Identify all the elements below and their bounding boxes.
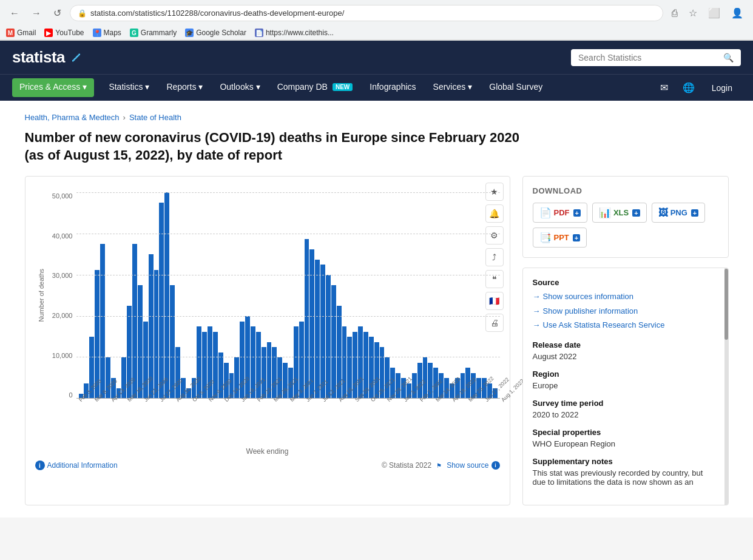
bar-44[interactable]: [315, 260, 320, 399]
supplementary-value: This stat was previously recorded by cou…: [533, 468, 718, 487]
gmail-favicon: M: [6, 29, 15, 37]
nav-globe-button[interactable]: 🌐: [677, 77, 701, 98]
search-bar[interactable]: 🔍: [571, 49, 741, 66]
bookmarks-bar: M Gmail ▶ YouTube 📍 Maps G Grammarly 🎓 G…: [0, 26, 753, 40]
special-props-label: Special properties: [533, 428, 718, 437]
services-dropdown-icon: ▾: [468, 82, 472, 92]
search-input[interactable]: [578, 53, 718, 62]
statista-site: statista ⟋ 🔍 Prices & Access ▾ Statistic…: [0, 41, 753, 518]
bar-42[interactable]: [305, 239, 309, 399]
bar-49[interactable]: [342, 326, 347, 399]
bar-4[interactable]: [100, 244, 105, 399]
download-xls-button[interactable]: 📊 XLS +: [592, 203, 647, 223]
infographics-label: Infographics: [370, 82, 416, 92]
y-tick-10000: 10,000: [52, 352, 73, 359]
nav-item-prices-access[interactable]: Prices & Access ▾: [12, 78, 94, 97]
outlooks-dropdown-icon: ▾: [256, 82, 260, 92]
bar-16[interactable]: [164, 192, 169, 399]
bar-10[interactable]: [132, 244, 137, 399]
survey-period-value: 2020 to 2022: [533, 410, 718, 419]
supplementary-label: Supplementary notes: [533, 457, 718, 466]
bar-40[interactable]: [294, 326, 299, 399]
nav-item-services[interactable]: Services ▾: [425, 75, 481, 101]
back-button[interactable]: ←: [6, 5, 23, 21]
bookmark-scholar[interactable]: 🎓 Google Scholar: [185, 29, 246, 37]
global-survey-label: Global Survey: [489, 82, 542, 92]
source-label: Source: [533, 278, 718, 287]
nav-item-infographics[interactable]: Infographics: [361, 75, 424, 101]
source-info: Source → Show sources information → Show…: [533, 278, 718, 332]
scrollbar[interactable]: [724, 268, 728, 505]
bookmark-button[interactable]: ☆: [685, 5, 701, 21]
reports-label: Reports: [166, 82, 196, 92]
nav-item-outlooks[interactable]: Outlooks ▾: [211, 75, 268, 101]
statista-credit-text: © Statista 2022: [382, 461, 431, 470]
download-png-button[interactable]: 🖼 PNG +: [652, 203, 706, 223]
show-sources-label: Show sources information: [543, 289, 634, 303]
profile-button[interactable]: 👤: [728, 5, 747, 21]
bar-43[interactable]: [309, 249, 314, 399]
pdf-label: PDF: [554, 208, 570, 217]
tab-button[interactable]: ⬜: [704, 5, 724, 21]
release-date-info: Release date August 2022: [533, 340, 718, 361]
bookmark-cite[interactable]: 📄 https://www.citethis...: [255, 29, 334, 37]
supplementary-info: Supplementary notes This stat was previo…: [533, 457, 718, 487]
bookmark-maps[interactable]: 📍 Maps: [93, 29, 121, 37]
bar-17[interactable]: [170, 285, 175, 399]
bar-14[interactable]: [154, 270, 159, 399]
y-axis-label: Number of deaths: [38, 269, 45, 322]
ask-statista-link[interactable]: → Use Ask Statista Research Service: [533, 318, 718, 332]
bar-31[interactable]: [245, 316, 250, 399]
forward-button[interactable]: →: [28, 5, 45, 21]
bookmark-cite-label: https://www.citethis...: [266, 29, 334, 37]
statistics-label: Statistics: [109, 82, 143, 92]
chart-credits: © Statista 2022 ⚑ Show source i: [382, 461, 500, 470]
page-title: Number of new coronavirus (COVID-19) dea…: [25, 129, 522, 164]
arrow-icon-1: →: [533, 289, 541, 303]
download-ppt-button[interactable]: 📑 PPT +: [533, 228, 587, 248]
x-axis-labels: Feb 3, 2020Mar 9, 2020Apr 13, 2020May 18…: [78, 399, 500, 453]
pdf-plus-icon: +: [573, 209, 581, 217]
nav-item-company-db[interactable]: Company DB NEW: [269, 75, 362, 101]
bar-11[interactable]: [138, 285, 143, 399]
bookmark-gmail[interactable]: M Gmail: [6, 29, 36, 37]
breadcrumb-state-of-health[interactable]: State of Health: [129, 113, 181, 122]
bookmark-grammarly[interactable]: G Grammarly: [130, 29, 177, 37]
bar-18[interactable]: [175, 347, 180, 399]
statistics-dropdown-icon: ▾: [145, 82, 149, 92]
special-props-info: Special properties WHO European Region: [533, 428, 718, 448]
share-button[interactable]: ⎙: [668, 5, 681, 21]
bar-52[interactable]: [358, 326, 363, 399]
search-icon[interactable]: 🔍: [723, 53, 734, 62]
url-text: statista.com/statistics/1102288/coronavi…: [90, 8, 655, 18]
show-publisher-link[interactable]: → Show publisher information: [533, 304, 718, 318]
download-pdf-button[interactable]: 📄 PDF +: [533, 203, 587, 223]
nav-mail-button[interactable]: ✉: [654, 77, 674, 98]
nav-item-statistics[interactable]: Statistics ▾: [100, 75, 158, 101]
nav-item-reports[interactable]: Reports ▾: [158, 75, 211, 101]
refresh-button[interactable]: ↺: [50, 5, 65, 21]
survey-period-label: Survey time period: [533, 399, 718, 408]
nav-login-button[interactable]: Login: [703, 78, 741, 98]
region-label: Region: [533, 369, 718, 379]
ask-statista-label: Use Ask Statista Research Service: [543, 318, 665, 332]
company-db-label: Company DB: [277, 82, 328, 92]
bar-36[interactable]: [272, 347, 277, 399]
bookmark-youtube[interactable]: ▶ YouTube: [44, 29, 84, 37]
bar-15[interactable]: [159, 203, 164, 399]
services-label: Services: [433, 82, 466, 92]
bar-47[interactable]: [331, 285, 336, 399]
browser-actions: ⎙ ☆ ⬜ 👤: [668, 5, 747, 21]
info-icon-source: i: [491, 461, 500, 470]
address-bar[interactable]: 🔒 statista.com/statistics/1102288/corona…: [70, 5, 663, 21]
additional-info-button[interactable]: i Additional Information: [35, 460, 118, 470]
statista-header: statista ⟋ 🔍: [0, 41, 753, 74]
region-info: Region Europe: [533, 369, 718, 390]
chart-bottom-bar: i Additional Information © Statista 2022…: [35, 460, 500, 470]
breadcrumb-separator: ›: [123, 113, 126, 122]
browser-toolbar: ← → ↺ 🔒 statista.com/statistics/1102288/…: [0, 0, 753, 26]
breadcrumb-health[interactable]: Health, Pharma & Medtech: [25, 113, 120, 122]
nav-item-global-survey[interactable]: Global Survey: [481, 75, 551, 101]
show-source-button[interactable]: Show source i: [447, 461, 499, 470]
show-sources-link[interactable]: → Show sources information: [533, 289, 718, 303]
